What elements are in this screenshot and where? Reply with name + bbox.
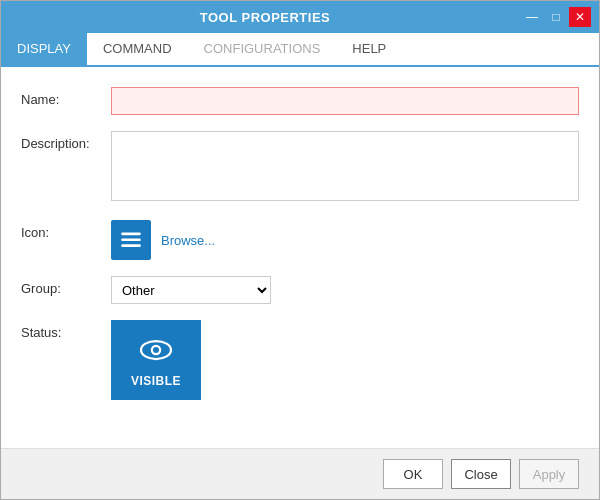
ok-button[interactable]: OK [383,459,443,489]
name-label: Name: [21,87,111,107]
group-select[interactable]: Other General Custom [111,276,271,304]
footer: OK Close Apply [1,448,599,499]
svg-point-5 [153,347,159,353]
tab-configurations[interactable]: CONFIGURATIONS [188,33,337,67]
name-field-row: Name: [21,87,579,115]
status-area: VISIBLE [111,320,201,400]
name-input[interactable] [111,87,579,115]
icon-preview [111,220,151,260]
tab-bar: DISPLAY COMMAND CONFIGURATIONS HELP [1,33,599,67]
status-button[interactable]: VISIBLE [111,320,201,400]
eye-icon [138,332,174,368]
svg-rect-2 [121,244,141,247]
icon-field-row: Icon: Browse... [21,220,579,260]
group-field-row: Group: Other General Custom [21,276,579,304]
tab-command[interactable]: COMMAND [87,33,188,67]
close-button[interactable]: Close [451,459,511,489]
tab-help[interactable]: HELP [336,33,402,67]
tool-properties-window: TOOL PROPERTIES — □ ✕ DISPLAY COMMAND CO… [0,0,600,500]
titlebar: TOOL PROPERTIES — □ ✕ [1,1,599,33]
description-textarea[interactable] [111,131,579,201]
svg-rect-0 [121,232,141,235]
status-field-row: Status: VISIBLE [21,320,579,400]
content-area: Name: Description: Icon: [1,67,599,448]
minimize-button[interactable]: — [521,7,543,27]
svg-rect-1 [121,238,141,241]
apply-button[interactable]: Apply [519,459,579,489]
name-field-container [111,87,579,115]
icon-area: Browse... [111,220,215,260]
group-label: Group: [21,276,111,296]
list-icon [118,227,144,253]
maximize-button[interactable]: □ [545,7,567,27]
titlebar-controls: — □ ✕ [521,7,591,27]
browse-link[interactable]: Browse... [161,233,215,248]
window-title: TOOL PROPERTIES [9,10,521,25]
close-window-button[interactable]: ✕ [569,7,591,27]
description-field-row: Description: [21,131,579,204]
description-label: Description: [21,131,111,151]
group-field-container: Other General Custom [111,276,579,304]
tab-display[interactable]: DISPLAY [1,33,87,67]
status-label: Status: [21,320,111,340]
icon-label: Icon: [21,220,111,240]
description-field-container [111,131,579,204]
status-value-label: VISIBLE [131,374,181,388]
